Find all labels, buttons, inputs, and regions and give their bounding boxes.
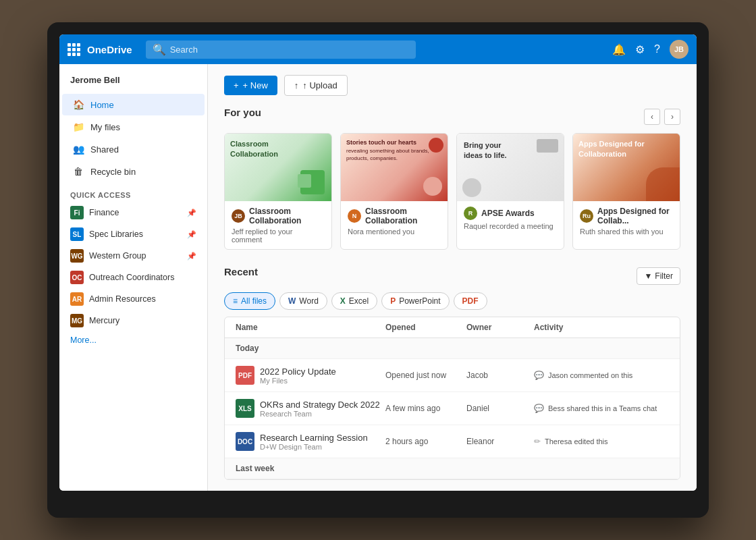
comment-icon: 💬 — [534, 371, 544, 380]
shared-icon: 👥 — [73, 144, 84, 155]
carousel-prev[interactable]: ‹ — [644, 109, 660, 125]
card-thumb-2: Stories touch our heartsrevealing someth… — [341, 134, 448, 201]
sidebar-item-home[interactable]: 🏠 Home — [62, 94, 205, 115]
waffle-icon[interactable] — [68, 43, 80, 56]
allfiles-icon: ≡ — [233, 296, 238, 306]
file-cell-3: DOC Research Learning Session D+W Design… — [236, 432, 385, 451]
card-avatar-2: N — [348, 209, 361, 223]
ppt-icon: P — [390, 296, 396, 306]
quick-item-mercury[interactable]: MG Mercury — [59, 310, 207, 331]
quick-item-western-group[interactable]: WG Western Group 📌 — [59, 245, 207, 267]
for-you-card-2[interactable]: Stories touch our heartsrevealing someth… — [340, 133, 448, 250]
recent-table: Name Opened Owner Activity Today PDF 20 — [224, 317, 680, 480]
new-button[interactable]: + + New — [224, 76, 277, 95]
carousel-next[interactable]: › — [664, 109, 680, 125]
tab-allfiles[interactable]: ≡ All files — [224, 292, 275, 310]
admin-icon: AR — [70, 292, 84, 306]
for-you-section: For you ‹ › ClassroomCollaboration — [224, 107, 680, 250]
user-avatar[interactable]: JB — [670, 40, 688, 59]
card-thumb-4: Apps Designed forCollaboration — [573, 134, 680, 201]
tab-pdf[interactable]: PDF — [454, 292, 487, 310]
card-info-2: N Classroom Collaboration Nora mentioned… — [341, 201, 448, 241]
toolbar: + + New ↑ ↑ Upload — [224, 75, 680, 96]
file-cell-2: XLS OKRs and Strategy Deck 2022 Research… — [236, 399, 385, 418]
filter-icon: ▼ — [644, 271, 652, 281]
pdf-icon: PDF — [462, 296, 479, 306]
filter-tabs: ≡ All files W Word X Excel P — [224, 292, 680, 310]
notification-icon[interactable]: 🔔 — [612, 43, 626, 56]
tab-excel[interactable]: X Excel — [331, 292, 377, 310]
card-avatar-1: JB — [232, 209, 245, 223]
table-row[interactable]: DOC Research Learning Session D+W Design… — [225, 425, 680, 458]
card-info-3: R APSE Awards Raquel recorded a meeting — [457, 201, 564, 236]
card-info-4: Ru Apps Designed for Collab... Ruth shar… — [573, 201, 680, 241]
cards-row: ClassroomCollaboration JB Classroom Coll… — [224, 133, 680, 250]
activity-cell-3: ✏ Theresa edited this — [534, 437, 669, 446]
search-bar[interactable]: 🔍 Search — [146, 40, 416, 59]
card-thumb-3: Bring yourideas to life. — [457, 134, 564, 201]
card-avatar-3: R — [464, 207, 477, 220]
search-placeholder: Search — [170, 45, 409, 55]
quick-item-outreach[interactable]: OC Outreach Coordinators — [59, 267, 207, 288]
activity-cell-1: 💬 Jason commented on this — [534, 371, 669, 380]
for-you-card-4[interactable]: Apps Designed forCollaboration Ru Apps D… — [572, 133, 680, 250]
search-icon: 🔍 — [153, 43, 166, 56]
outreach-icon: OC — [70, 271, 84, 284]
nav-icons: 🔔 ⚙ ? JB — [612, 40, 688, 59]
content-area: + + New ↑ ↑ Upload For you ‹ › — [208, 64, 697, 491]
sidebar: Jerome Bell 🏠 Home 📁 My files 👥 Shared 🗑… — [59, 64, 208, 491]
table-header: Name Opened Owner Activity — [225, 317, 680, 338]
group-today: Today — [225, 338, 680, 359]
tab-word[interactable]: W Word — [279, 292, 327, 310]
home-icon: 🏠 — [73, 99, 84, 110]
pin-icon-3: 📌 — [187, 252, 196, 261]
settings-icon[interactable]: ⚙ — [635, 43, 645, 56]
group-lastweek: Last week — [225, 458, 680, 479]
docx-file-icon: DOC — [236, 432, 254, 451]
card-info-1: JB Classroom Collaboration Jeff replied … — [225, 201, 331, 249]
speclib-icon: SL — [70, 227, 84, 241]
sidebar-item-recycle[interactable]: 🗑 Recycle bin — [62, 161, 205, 182]
pin-icon-2: 📌 — [187, 230, 196, 239]
pin-icon: 📌 — [187, 209, 196, 217]
card-avatar-4: Ru — [580, 209, 593, 223]
excel-icon: X — [340, 296, 346, 306]
recent-header: Recent ▼ Filter — [224, 266, 680, 286]
finance-icon: Fi — [70, 206, 84, 219]
card-thumb-1: ClassroomCollaboration — [225, 134, 331, 201]
filter-button[interactable]: ▼ Filter — [637, 267, 680, 285]
western-icon: WG — [70, 249, 84, 263]
upload-button[interactable]: ↑ ↑ Upload — [284, 75, 348, 96]
for-you-card-3[interactable]: Bring yourideas to life. R APSE Awards — [456, 133, 564, 250]
sidebar-item-myfiles[interactable]: 📁 My files — [62, 116, 205, 138]
sidebar-item-shared[interactable]: 👥 Shared — [62, 138, 205, 160]
for-you-title: For you — [224, 107, 261, 118]
edit-icon: ✏ — [534, 437, 541, 446]
word-icon: W — [288, 296, 296, 306]
more-link[interactable]: More... — [59, 331, 207, 349]
main-layout: Jerome Bell 🏠 Home 📁 My files 👥 Shared 🗑… — [59, 64, 697, 491]
table-row[interactable]: XLS OKRs and Strategy Deck 2022 Research… — [225, 392, 680, 425]
recent-title: Recent — [224, 266, 258, 277]
quick-item-spec-libraries[interactable]: SL Spec Libraries 📌 — [59, 223, 207, 245]
help-icon[interactable]: ? — [654, 43, 660, 55]
recycle-icon: 🗑 — [73, 166, 84, 177]
table-row[interactable]: PDF 2022 Policy Update My Files Opened j… — [225, 359, 680, 392]
quick-item-finance[interactable]: Fi Finance 📌 — [59, 202, 207, 223]
top-nav: OneDrive 🔍 Search 🔔 ⚙ ? JB — [59, 34, 697, 64]
carousel-nav: ‹ › — [644, 109, 680, 125]
app-title: OneDrive — [87, 44, 132, 55]
xlsx-file-icon: XLS — [236, 399, 254, 418]
mercury-icon: MG — [70, 314, 84, 327]
pdf-file-icon: PDF — [236, 366, 254, 385]
user-name: Jerome Bell — [59, 75, 207, 93]
myfiles-icon: 📁 — [73, 122, 84, 132]
quick-item-admin[interactable]: AR Admin Resources — [59, 288, 207, 310]
activity-cell-2: 💬 Bess shared this in a Teams chat — [534, 404, 669, 413]
teams-icon: 💬 — [534, 404, 544, 413]
file-cell-1: PDF 2022 Policy Update My Files — [236, 366, 385, 385]
quick-access-label: Quick access — [59, 183, 207, 202]
recent-section: Recent ▼ Filter ≡ All files W — [224, 266, 680, 480]
tab-powerpoint[interactable]: P PowerPoint — [381, 292, 449, 310]
for-you-card-1[interactable]: ClassroomCollaboration JB Classroom Coll… — [224, 133, 332, 250]
